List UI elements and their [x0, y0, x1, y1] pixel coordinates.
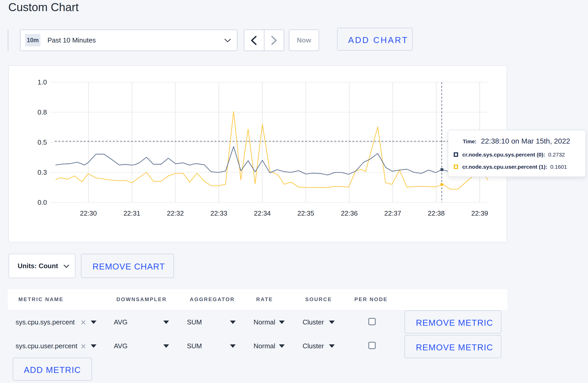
svg-text:22:39: 22:39 [471, 209, 488, 217]
svg-text:22:36: 22:36 [341, 209, 358, 217]
svg-text:0.8: 0.8 [38, 108, 47, 116]
svg-text:22:34: 22:34 [254, 209, 271, 217]
svg-text:22:31: 22:31 [123, 209, 140, 217]
svg-text:22:33: 22:33 [211, 209, 227, 217]
svg-text:22:38: 22:38 [428, 209, 445, 217]
svg-text:0.0: 0.0 [38, 198, 47, 206]
svg-text:0.3: 0.3 [38, 168, 47, 176]
svg-text:22:37: 22:37 [384, 209, 401, 217]
svg-text:22:35: 22:35 [297, 209, 314, 217]
svg-text:22:30: 22:30 [80, 209, 97, 217]
svg-text:22:32: 22:32 [167, 209, 184, 217]
svg-text:1.0: 1.0 [38, 78, 47, 86]
svg-text:0.5: 0.5 [38, 138, 47, 146]
